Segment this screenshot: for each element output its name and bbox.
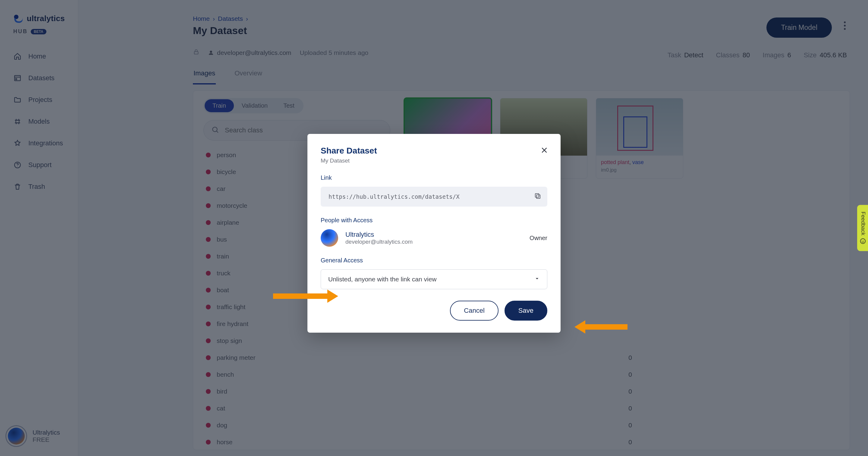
share-link-field[interactable]: https://hub.ultralytics.com/datasets/X [321, 187, 547, 207]
org-name: Ultralytics [345, 231, 412, 238]
modal-close-button[interactable] [539, 145, 550, 155]
org-avatar-icon [321, 229, 338, 247]
people-section-label: People with Access [321, 217, 547, 224]
share-link-value: https://hub.ultralytics.com/datasets/X [329, 193, 460, 200]
save-button[interactable]: Save [504, 301, 547, 321]
smile-icon [860, 238, 866, 245]
access-role: Owner [530, 235, 547, 241]
access-person-row: Ultralytics developer@ultralytics.com Ow… [321, 229, 547, 247]
copy-icon [534, 192, 541, 200]
chevron-down-icon [534, 276, 540, 283]
general-access-select[interactable]: Unlisted, anyone with the link can view [321, 269, 547, 289]
general-access-label: General Access [321, 257, 547, 264]
feedback-button[interactable]: Feedback [857, 205, 868, 251]
svg-rect-9 [536, 195, 540, 198]
modal-title: Share Dataset [321, 146, 547, 155]
copy-link-button[interactable] [534, 192, 541, 201]
general-access-value: Unlisted, anyone with the link can view [328, 276, 437, 283]
svg-point-11 [861, 238, 866, 244]
modal-subtitle: My Dataset [321, 158, 547, 164]
svg-rect-10 [535, 194, 539, 197]
link-section-label: Link [321, 174, 547, 181]
share-dataset-modal: Share Dataset My Dataset Link https://hu… [307, 134, 561, 333]
svg-point-13 [864, 240, 864, 241]
close-icon [540, 146, 548, 154]
svg-point-12 [862, 240, 862, 241]
cancel-button[interactable]: Cancel [450, 301, 498, 321]
feedback-label: Feedback [860, 211, 866, 235]
org-email: developer@ultralytics.com [345, 238, 412, 245]
modal-button-row: Cancel Save [321, 301, 547, 321]
